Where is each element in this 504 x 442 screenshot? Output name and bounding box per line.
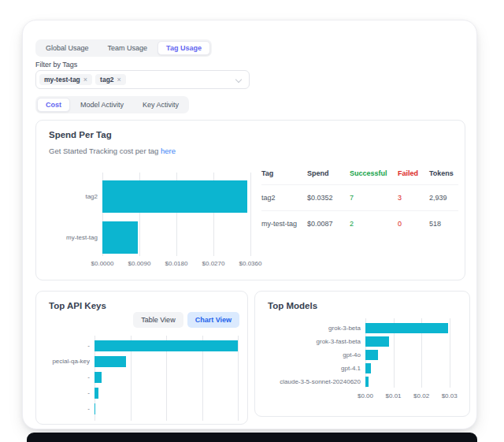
chart-bar [365,350,378,360]
usage-tabbar: Global Usage Team Usage Tag Usage [35,39,212,57]
tab-team-usage[interactable]: Team Usage [99,41,157,55]
chart-category-label: gpt-4o [263,351,361,358]
tag-filter-select[interactable]: my-test-tag × tag2 × [35,70,250,89]
chart-gridline [250,173,251,256]
cell-successful: 7 [350,185,398,211]
tag-chip[interactable]: my-test-tag × [39,74,92,85]
metric-tabbar: Cost Model Activity Key Activity [35,96,189,113]
chart-category-label: tag2 [44,193,98,200]
remove-tag-icon[interactable]: × [83,76,87,84]
tab-global-usage[interactable]: Global Usage [37,41,98,55]
chart-view-button[interactable]: Chart View [187,312,239,328]
chart-bar [365,336,389,347]
top-api-keys-card: Top API Keys Table View Chart View -peci… [35,291,248,425]
col-tokens: Tokens [429,165,458,185]
chart-bar [365,323,448,333]
tag-chip-label: tag2 [100,76,113,84]
tab-tag-usage[interactable]: Tag Usage [158,41,210,55]
chart-bar [94,388,98,399]
chart-category-label: grok-3-fast-beta [263,338,361,345]
chart-bar [365,377,369,387]
table-row: tag2 $0.0352 7 3 2,939 [261,185,458,211]
view-toggle: Table View Chart View [133,312,239,328]
remove-tag-icon[interactable]: × [117,76,121,84]
table-row: my-test-tag $0.0087 2 0 518 [261,211,458,237]
top-models-chart: grok-3-betagrok-3-fast-betagpt-4ogpt-4.1… [263,318,465,411]
chart-axis-tick-label: $0.0270 [202,260,225,267]
chart-gridline [450,318,450,388]
chart-axis-tick-label: $0.01 [386,392,402,399]
chart-axis-tick-label: $0.03 [442,392,458,399]
chart-axis-tick-label: $0.0180 [165,260,188,267]
spend-table: Tag Spend Successful Failed Tokens tag2 … [261,165,458,236]
chart-gridline [238,336,239,421]
chart-axis-tick-label: $0.0090 [128,260,151,267]
top-api-keys-chart: -pecial-qa-key--- [44,336,246,425]
table-view-button[interactable]: Table View [133,312,183,328]
chart-axis-tick-label: $0.02 [413,392,429,399]
cell-spend: $0.0087 [307,211,350,237]
cell-tag: tag2 [261,185,307,211]
tag-chip[interactable]: tag2 × [95,74,126,85]
spend-per-tag-card: Spend Per Tag Get Started Tracking cost … [35,120,465,280]
col-failed: Failed [398,165,429,185]
tab-key-activity[interactable]: Key Activity [134,98,187,112]
chart-category-label: pecial-qa-key [44,358,90,365]
chart-category-label: claude-3-5-sonnet-20240620 [263,378,361,385]
filter-by-tags-label: Filter by Tags [35,61,77,69]
spend-card-title: Spend Per Tag [49,130,112,139]
window-shadow-bar [27,433,477,442]
col-successful: Successful [350,165,398,185]
dashboard-panel: Global Usage Team Usage Tag Usage Filter… [22,20,477,429]
chart-category-label: - [44,389,90,396]
cell-failed: 3 [398,185,429,211]
chart-category-label: - [44,342,90,349]
tag-chip-label: my-test-tag [44,76,80,84]
chart-category-label: my-test-tag [44,234,98,241]
chart-bar [94,340,238,351]
cell-tokens: 518 [429,211,458,237]
cell-successful: 2 [350,211,398,237]
spend-per-tag-chart: tag2my-test-tag$0.0000$0.0090$0.0180$0.0… [44,173,272,277]
col-spend: Spend [307,165,350,185]
cell-failed: 0 [398,211,429,237]
cell-spend: $0.0352 [307,185,350,211]
api-keys-card-title: Top API Keys [49,301,106,310]
subtitle-text: Get Started Tracking cost per tag [49,147,161,155]
spend-table-header-row: Tag Spend Successful Failed Tokens [261,165,458,185]
models-card-title: Top Models [268,301,317,310]
top-models-card: Top Models grok-3-betagrok-3-fast-betagp… [254,291,470,417]
tab-cost[interactable]: Cost [37,98,70,112]
tab-model-activity[interactable]: Model Activity [72,98,132,112]
chart-category-label: gpt-4.1 [263,365,361,372]
chart-bar [102,180,247,213]
cell-tokens: 2,939 [429,185,458,211]
chart-bar [94,372,102,383]
chart-axis-tick-label: $0.0360 [239,260,262,267]
chart-category-label: grok-3-beta [263,325,361,332]
chart-bar [102,221,138,254]
chevron-down-icon[interactable] [235,76,242,83]
cell-tag: my-test-tag [261,211,307,237]
chart-bar [94,403,95,414]
here-link[interactable]: here [161,147,176,155]
chart-axis-tick-label: $0.0000 [91,260,114,267]
chart-bar [365,363,371,373]
chart-category-label: - [44,373,90,381]
chart-axis-tick-label: $0.00 [358,392,373,399]
chart-bar [94,356,126,367]
chart-category-label: - [44,405,90,412]
spend-card-subtitle: Get Started Tracking cost per tag here [49,147,176,155]
col-tag: Tag [261,165,307,185]
